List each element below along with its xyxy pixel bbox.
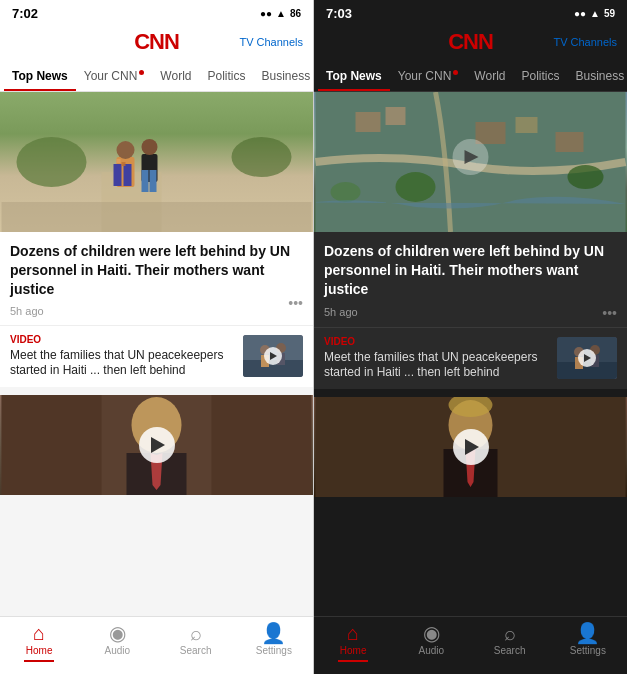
app-header-right: CNN TV Channels: [314, 23, 627, 61]
svg-rect-31: [556, 132, 584, 152]
cnn-logo-right: CNN: [448, 29, 493, 55]
haiti-hero-image-left: [0, 92, 313, 232]
haiti-article-card-left[interactable]: Dozens of children were left behind by U…: [0, 92, 313, 387]
home-icon-right: ⌂: [347, 623, 359, 643]
svg-rect-11: [142, 170, 149, 192]
haiti-article-card-right[interactable]: Dozens of children were left behind by U…: [314, 92, 627, 389]
bottom-nav-left: ⌂ Home ◉ Audio ⌕ Search 👤 Settings: [0, 616, 313, 674]
svg-point-10: [142, 139, 158, 155]
nav-search-label-right: Search: [494, 645, 526, 656]
video-title-right: Meet the families that UN peacekeepers s…: [324, 350, 549, 381]
nav-search-left[interactable]: ⌕ Search: [157, 623, 235, 662]
svg-rect-29: [476, 122, 506, 144]
video-row-left[interactable]: VIDEO Meet the families that UN peacekee…: [0, 325, 313, 387]
svg-point-34: [331, 182, 361, 202]
tab-politics-right[interactable]: Politics: [513, 61, 567, 91]
video-thumbnail-right[interactable]: [557, 337, 617, 379]
tab-business-right[interactable]: Business: [568, 61, 628, 91]
tab-top-news-left[interactable]: Top News: [4, 61, 76, 91]
content-area-right: Dozens of children were left behind by U…: [314, 92, 627, 616]
svg-point-32: [396, 172, 436, 202]
svg-rect-13: [2, 202, 312, 232]
svg-point-4: [117, 141, 135, 159]
more-options-left[interactable]: •••: [288, 295, 303, 311]
app-header-left: CNN TV Channels: [0, 23, 313, 61]
nav-audio-right[interactable]: ◉ Audio: [392, 623, 470, 662]
haiti-timestamp-left: 5h ago: [10, 305, 44, 317]
haiti-aerial-image-right: [314, 92, 627, 232]
nav-audio-label-left: Audio: [105, 645, 131, 656]
trump-image-left: [0, 395, 313, 495]
tab-world-right[interactable]: World: [466, 61, 513, 91]
left-phone-panel: 7:02 ●● ▲ 86 CNN TV Channels Top News Yo…: [0, 0, 314, 674]
nav-audio-label-right: Audio: [419, 645, 445, 656]
nav-search-right[interactable]: ⌕ Search: [471, 623, 549, 662]
search-icon-left: ⌕: [190, 623, 202, 643]
haiti-timestamp-right: 5h ago: [324, 306, 358, 318]
trump-video-card-right[interactable]: [314, 397, 627, 497]
video-label-left: VIDEO: [10, 334, 235, 345]
tab-world-left[interactable]: World: [152, 61, 199, 91]
status-bar-right: 7:03 ●● ▲ 59: [314, 0, 627, 23]
status-bar-left: 7:02 ●● ▲ 86: [0, 0, 313, 23]
audio-icon-right: ◉: [423, 623, 440, 643]
haiti-headline-left[interactable]: Dozens of children were left behind by U…: [10, 242, 303, 299]
tab-business-left[interactable]: Business: [254, 61, 314, 91]
svg-rect-24: [2, 395, 102, 495]
status-time-right: 7:03: [326, 6, 352, 21]
svg-rect-28: [386, 107, 406, 125]
svg-rect-8: [122, 162, 126, 166]
trump-video-card-left[interactable]: [0, 395, 313, 495]
svg-rect-12: [150, 170, 157, 192]
nav-audio-left[interactable]: ◉ Audio: [78, 623, 156, 662]
signal-icon: ●●: [260, 8, 272, 19]
tab-politics-left[interactable]: Politics: [199, 61, 253, 91]
svg-point-2: [232, 137, 292, 177]
status-icons-left: ●● ▲ 86: [260, 8, 301, 19]
battery-icon: 86: [290, 8, 301, 19]
svg-rect-7: [117, 159, 121, 163]
nav-settings-label-left: Settings: [256, 645, 292, 656]
svg-point-1: [17, 137, 87, 187]
content-area-left: Dozens of children were left behind by U…: [0, 92, 313, 616]
nav-settings-right[interactable]: 👤 Settings: [549, 623, 627, 662]
nav-home-left[interactable]: ⌂ Home: [0, 623, 78, 662]
tab-your-cnn-right[interactable]: Your CNN: [390, 61, 467, 91]
more-options-right[interactable]: •••: [602, 305, 617, 321]
svg-rect-30: [516, 117, 538, 133]
tv-channels-button-left[interactable]: TV Channels: [239, 36, 303, 48]
trump-play-button-right[interactable]: [453, 429, 489, 465]
wifi-icon-right: ▲: [590, 8, 600, 19]
video-row-right[interactable]: VIDEO Meet the families that UN peacekee…: [314, 327, 627, 389]
signal-icon-right: ●●: [574, 8, 586, 19]
home-icon-left: ⌂: [33, 623, 45, 643]
nav-tabs-left: Top News Your CNN World Politics Busines…: [0, 61, 313, 92]
nav-settings-left[interactable]: 👤 Settings: [235, 623, 313, 662]
active-indicator-right: [338, 660, 368, 662]
video-label-right: VIDEO: [324, 336, 549, 347]
right-phone-panel: 7:03 ●● ▲ 59 CNN TV Channels Top News Yo…: [314, 0, 627, 674]
settings-icon-left: 👤: [261, 623, 286, 643]
status-icons-right: ●● ▲ 59: [574, 8, 615, 19]
tab-your-cnn-left[interactable]: Your CNN: [76, 61, 153, 91]
svg-rect-25: [212, 395, 312, 495]
video-text-left: VIDEO Meet the families that UN peacekee…: [10, 334, 235, 379]
haiti-card-body-left: Dozens of children were left behind by U…: [0, 232, 313, 325]
nav-home-right[interactable]: ⌂ Home: [314, 623, 392, 662]
search-icon-right: ⌕: [504, 623, 516, 643]
haiti-headline-right[interactable]: Dozens of children were left behind by U…: [324, 242, 617, 299]
settings-icon-right: 👤: [575, 623, 600, 643]
status-time-left: 7:02: [12, 6, 38, 21]
audio-icon-left: ◉: [109, 623, 126, 643]
battery-icon-right: 59: [604, 8, 615, 19]
nav-home-label-left: Home: [26, 645, 53, 656]
video-thumbnail-left[interactable]: [243, 335, 303, 377]
cnn-logo-left: CNN: [134, 29, 179, 55]
video-text-right: VIDEO Meet the families that UN peacekee…: [324, 336, 549, 381]
tab-top-news-right[interactable]: Top News: [318, 61, 390, 91]
active-indicator-left: [24, 660, 54, 662]
tv-channels-button-right[interactable]: TV Channels: [553, 36, 617, 48]
wifi-icon: ▲: [276, 8, 286, 19]
nav-settings-label-right: Settings: [570, 645, 606, 656]
trump-play-button-left[interactable]: [139, 427, 175, 463]
